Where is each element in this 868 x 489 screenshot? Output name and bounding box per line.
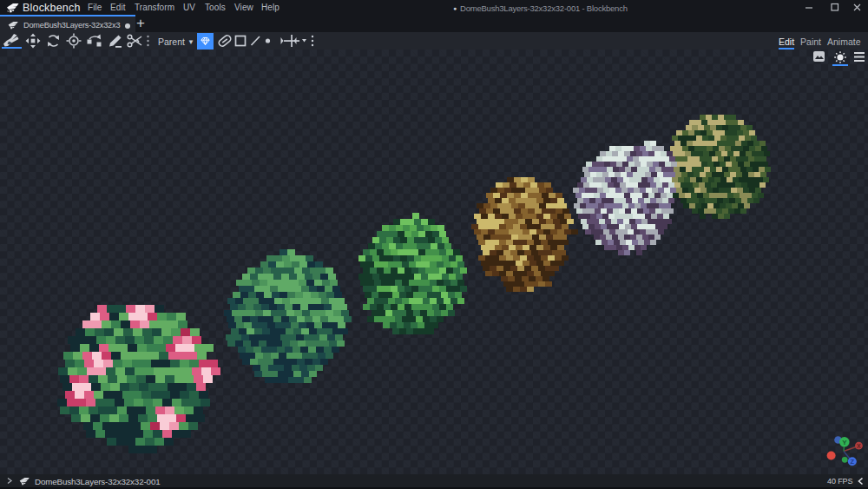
svg-text:X: X	[857, 443, 861, 449]
svg-text:Z: Z	[851, 458, 855, 466]
svg-text:Y: Y	[842, 439, 847, 446]
